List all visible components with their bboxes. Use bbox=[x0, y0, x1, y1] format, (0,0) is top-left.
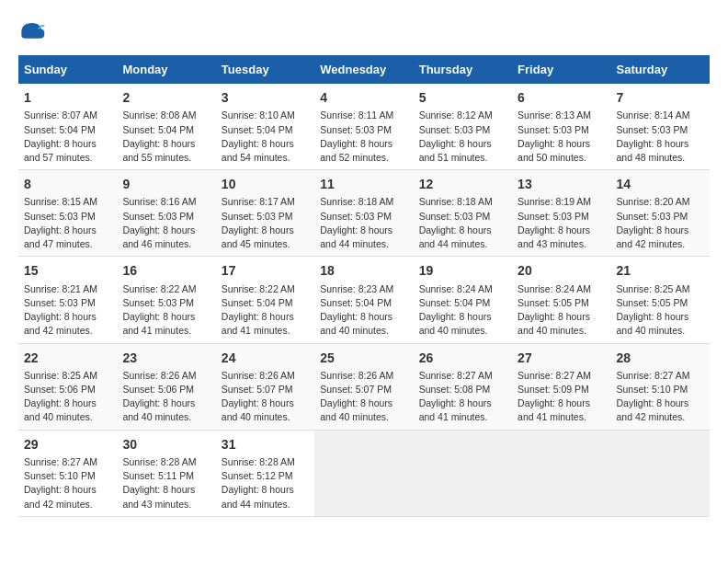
calendar-cell: 19 Sunrise: 8:24 AM Sunset: 5:04 PM Dayl… bbox=[414, 257, 512, 343]
sunset-label: Sunset: 5:03 PM bbox=[617, 211, 688, 222]
sunset-label: Sunset: 5:06 PM bbox=[24, 384, 96, 395]
calendar-cell: 15 Sunrise: 8:21 AM Sunset: 5:03 PM Dayl… bbox=[18, 257, 117, 343]
daylight-label: Daylight: 8 hours and 47 minutes. bbox=[24, 224, 97, 249]
day-number: 5 bbox=[419, 88, 506, 107]
sunset-label: Sunset: 5:03 PM bbox=[24, 211, 96, 222]
sunset-label: Sunset: 5:07 PM bbox=[222, 384, 293, 395]
sunset-label: Sunset: 5:05 PM bbox=[518, 297, 589, 308]
weekday-header-tuesday: Tuesday bbox=[216, 55, 314, 84]
daylight-label: Daylight: 8 hours and 51 minutes. bbox=[419, 138, 492, 163]
daylight-label: Daylight: 8 hours and 44 minutes. bbox=[419, 224, 492, 249]
sunset-label: Sunset: 5:04 PM bbox=[222, 124, 293, 135]
sunset-label: Sunset: 5:03 PM bbox=[222, 211, 293, 222]
daylight-label: Daylight: 8 hours and 40 minutes. bbox=[518, 311, 590, 336]
calendar-cell: 11 Sunrise: 8:18 AM Sunset: 5:03 PM Dayl… bbox=[314, 170, 413, 257]
daylight-label: Daylight: 8 hours and 54 minutes. bbox=[222, 138, 294, 163]
calendar-cell: 20 Sunrise: 8:24 AM Sunset: 5:05 PM Dayl… bbox=[512, 257, 610, 343]
sunset-label: Sunset: 5:06 PM bbox=[122, 384, 194, 395]
sunset-label: Sunset: 5:04 PM bbox=[320, 297, 392, 308]
calendar-cell: 23 Sunrise: 8:26 AM Sunset: 5:06 PM Dayl… bbox=[117, 343, 215, 430]
sunset-label: Sunset: 5:03 PM bbox=[518, 124, 589, 135]
calendar-cell: 9 Sunrise: 8:16 AM Sunset: 5:03 PM Dayli… bbox=[117, 170, 215, 257]
calendar-cell: 2 Sunrise: 8:08 AM Sunset: 5:04 PM Dayli… bbox=[117, 84, 215, 170]
sunrise-label: Sunrise: 8:28 AM bbox=[122, 456, 196, 467]
sunrise-label: Sunrise: 8:10 AM bbox=[222, 109, 295, 121]
sunrise-label: Sunrise: 8:14 AM bbox=[617, 109, 690, 121]
day-number: 22 bbox=[24, 349, 111, 367]
sunrise-label: Sunrise: 8:18 AM bbox=[320, 196, 393, 207]
sunrise-label: Sunrise: 8:27 AM bbox=[518, 370, 591, 381]
calendar-cell: 26 Sunrise: 8:27 AM Sunset: 5:08 PM Dayl… bbox=[414, 343, 512, 430]
calendar-cell bbox=[512, 430, 610, 516]
calendar-week-row: 29 Sunrise: 8:27 AM Sunset: 5:10 PM Dayl… bbox=[18, 430, 710, 516]
sunrise-label: Sunrise: 8:27 AM bbox=[24, 456, 97, 467]
sunrise-label: Sunrise: 8:22 AM bbox=[122, 283, 196, 294]
day-number: 3 bbox=[222, 88, 309, 107]
sunset-label: Sunset: 5:03 PM bbox=[419, 211, 491, 222]
day-number: 16 bbox=[122, 261, 210, 280]
sunrise-label: Sunrise: 8:17 AM bbox=[222, 196, 295, 207]
calendar-week-row: 1 Sunrise: 8:07 AM Sunset: 5:04 PM Dayli… bbox=[18, 84, 710, 170]
day-number: 11 bbox=[320, 175, 407, 193]
sunrise-label: Sunrise: 8:27 AM bbox=[617, 370, 690, 381]
daylight-label: Daylight: 8 hours and 40 minutes. bbox=[122, 397, 195, 422]
day-number: 19 bbox=[419, 261, 506, 280]
sunset-label: Sunset: 5:03 PM bbox=[320, 211, 392, 222]
sunrise-label: Sunrise: 8:22 AM bbox=[222, 283, 295, 294]
calendar-cell: 24 Sunrise: 8:26 AM Sunset: 5:07 PM Dayl… bbox=[216, 343, 314, 430]
sunrise-label: Sunrise: 8:26 AM bbox=[320, 370, 393, 381]
calendar-cell: 14 Sunrise: 8:20 AM Sunset: 5:03 PM Dayl… bbox=[611, 170, 710, 257]
sunset-label: Sunset: 5:09 PM bbox=[518, 384, 589, 395]
calendar-week-row: 15 Sunrise: 8:21 AM Sunset: 5:03 PM Dayl… bbox=[18, 257, 710, 343]
weekday-header-row: SundayMondayTuesdayWednesdayThursdayFrid… bbox=[18, 55, 710, 84]
daylight-label: Daylight: 8 hours and 43 minutes. bbox=[518, 224, 590, 249]
calendar-cell: 13 Sunrise: 8:19 AM Sunset: 5:03 PM Dayl… bbox=[512, 170, 610, 257]
day-number: 14 bbox=[617, 175, 704, 193]
calendar-cell: 21 Sunrise: 8:25 AM Sunset: 5:05 PM Dayl… bbox=[611, 257, 710, 343]
daylight-label: Daylight: 8 hours and 46 minutes. bbox=[122, 224, 195, 249]
sunrise-label: Sunrise: 8:13 AM bbox=[518, 109, 591, 121]
calendar-week-row: 8 Sunrise: 8:15 AM Sunset: 5:03 PM Dayli… bbox=[18, 170, 710, 257]
calendar-cell: 17 Sunrise: 8:22 AM Sunset: 5:04 PM Dayl… bbox=[216, 257, 314, 343]
day-number: 27 bbox=[518, 349, 605, 367]
daylight-label: Daylight: 8 hours and 42 minutes. bbox=[24, 311, 97, 336]
calendar-cell: 29 Sunrise: 8:27 AM Sunset: 5:10 PM Dayl… bbox=[18, 430, 117, 516]
daylight-label: Daylight: 8 hours and 42 minutes. bbox=[617, 397, 689, 422]
sunrise-label: Sunrise: 8:18 AM bbox=[419, 196, 493, 207]
daylight-label: Daylight: 8 hours and 41 minutes. bbox=[122, 311, 195, 336]
day-number: 9 bbox=[122, 175, 210, 193]
sunrise-label: Sunrise: 8:26 AM bbox=[122, 370, 196, 381]
sunrise-label: Sunrise: 8:20 AM bbox=[617, 196, 690, 207]
sunset-label: Sunset: 5:10 PM bbox=[24, 470, 96, 481]
daylight-label: Daylight: 8 hours and 45 minutes. bbox=[222, 224, 294, 249]
sunset-label: Sunset: 5:03 PM bbox=[518, 211, 589, 222]
sunset-label: Sunset: 5:11 PM bbox=[122, 470, 194, 481]
sunset-label: Sunset: 5:04 PM bbox=[419, 297, 491, 308]
calendar-cell: 28 Sunrise: 8:27 AM Sunset: 5:10 PM Dayl… bbox=[611, 343, 710, 430]
calendar-cell: 16 Sunrise: 8:22 AM Sunset: 5:03 PM Dayl… bbox=[117, 257, 215, 343]
daylight-label: Daylight: 8 hours and 40 minutes. bbox=[320, 311, 392, 336]
day-number: 28 bbox=[617, 349, 704, 367]
day-number: 23 bbox=[122, 349, 210, 367]
weekday-header-friday: Friday bbox=[512, 55, 610, 84]
daylight-label: Daylight: 8 hours and 40 minutes. bbox=[320, 397, 392, 422]
sunset-label: Sunset: 5:03 PM bbox=[24, 297, 96, 308]
sunrise-label: Sunrise: 8:27 AM bbox=[419, 370, 493, 381]
calendar-cell: 30 Sunrise: 8:28 AM Sunset: 5:11 PM Dayl… bbox=[117, 430, 215, 516]
daylight-label: Daylight: 8 hours and 48 minutes. bbox=[617, 138, 689, 163]
calendar-cell: 3 Sunrise: 8:10 AM Sunset: 5:04 PM Dayli… bbox=[216, 84, 314, 170]
calendar-cell: 1 Sunrise: 8:07 AM Sunset: 5:04 PM Dayli… bbox=[18, 84, 117, 170]
day-number: 31 bbox=[222, 435, 309, 454]
sunrise-label: Sunrise: 8:24 AM bbox=[518, 283, 591, 294]
sunset-label: Sunset: 5:03 PM bbox=[122, 211, 194, 222]
weekday-header-thursday: Thursday bbox=[414, 55, 512, 84]
logo bbox=[18, 18, 51, 46]
daylight-label: Daylight: 8 hours and 42 minutes. bbox=[24, 484, 97, 509]
day-number: 1 bbox=[24, 88, 111, 107]
sunset-label: Sunset: 5:03 PM bbox=[617, 124, 688, 135]
day-number: 26 bbox=[419, 349, 506, 367]
calendar-cell bbox=[611, 430, 710, 516]
sunrise-label: Sunrise: 8:12 AM bbox=[419, 109, 493, 121]
sunset-label: Sunset: 5:08 PM bbox=[419, 384, 491, 395]
daylight-label: Daylight: 8 hours and 55 minutes. bbox=[122, 138, 195, 163]
